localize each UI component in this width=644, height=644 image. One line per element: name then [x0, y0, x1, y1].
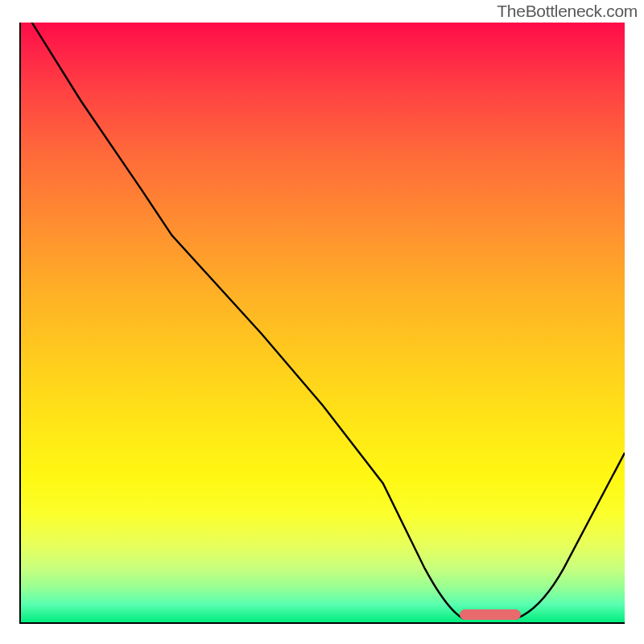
optimal-range-marker	[460, 609, 521, 620]
chart-plot-area	[19, 23, 625, 624]
curve-path	[21, 23, 625, 618]
watermark-text: TheBottleneck.com	[497, 2, 638, 21]
bottleneck-curve	[21, 23, 625, 622]
